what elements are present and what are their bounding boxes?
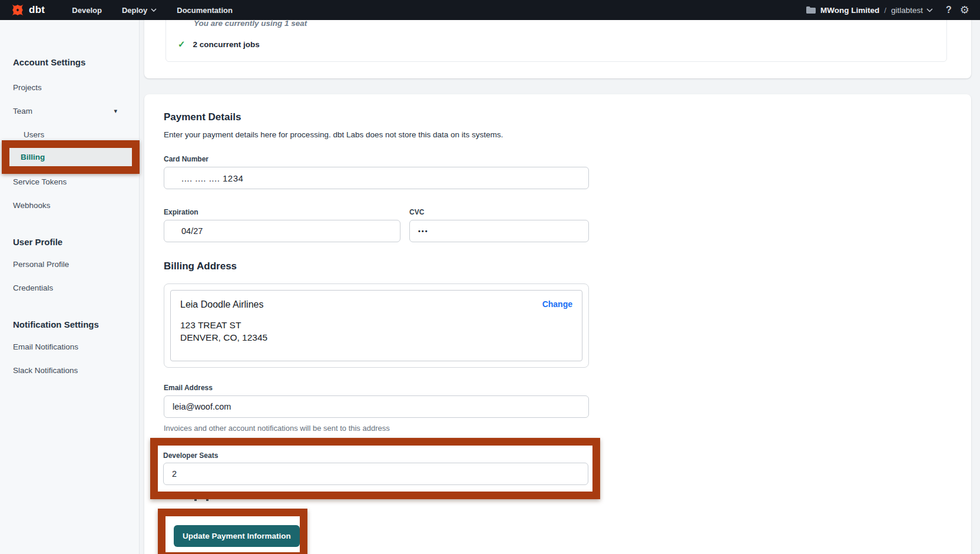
chevron-down-icon <box>151 8 157 12</box>
clipped-text-remnant <box>194 499 971 502</box>
chevron-down-icon[interactable] <box>926 8 933 12</box>
cvc-field: CVC <box>409 189 589 242</box>
sidebar-item-label: Credentials <box>13 283 53 292</box>
sidebar-item-label: Projects <box>13 83 42 92</box>
path-separator: / <box>884 6 886 15</box>
update-payment-button[interactable]: Update Payment Information <box>174 525 300 547</box>
concurrent-jobs-row: ✓ 2 concurrent jobs <box>178 39 260 50</box>
folder-icon <box>806 6 816 14</box>
card-number-label: Card Number <box>164 155 971 163</box>
billing-address-lines: 123 TREAT ST DENVER, CO, 12345 <box>180 319 572 344</box>
email-helper-text: Invoices and other account notifications… <box>164 424 971 433</box>
sidebar-item-webhooks[interactable]: Webhooks <box>0 193 139 217</box>
dbt-logo-icon <box>11 3 25 17</box>
billing-address-box: Leia Doodle Airlines Change 123 TREAT ST… <box>164 283 589 368</box>
sidebar-item-projects[interactable]: Projects <box>0 75 139 99</box>
sidebar-item-label: Email Notifications <box>13 342 78 351</box>
sidebar-item-billing[interactable]: Billing <box>9 148 132 166</box>
sidebar-item-label: Team <box>13 107 32 116</box>
nav-link-deploy[interactable]: Deploy <box>122 6 157 15</box>
annotation-box-billing: Billing <box>2 140 140 174</box>
developer-seats-input[interactable] <box>163 463 588 485</box>
sidebar-item-service-tokens[interactable]: Service Tokens <box>0 170 139 193</box>
billing-address-title: Billing Address <box>164 260 971 273</box>
sidebar-item-label: Users <box>24 130 44 139</box>
sidebar-item-team[interactable]: Team ▾ <box>0 99 139 123</box>
nav-links: Develop Deploy Documentation <box>72 6 233 15</box>
nav-link-label: Develop <box>72 6 102 15</box>
project-switcher[interactable]: gitlabtest <box>891 6 923 15</box>
sidebar-heading-user-profile: User Profile <box>13 236 139 248</box>
sidebar-item-label: Service Tokens <box>13 177 67 186</box>
help-icon[interactable]: ? <box>946 5 952 15</box>
main-content: You are currently using 1 seat ✓ 2 concu… <box>140 20 980 554</box>
settings-sidebar: Account Settings Projects Team ▾ Users B… <box>0 20 140 554</box>
nav-link-label: Documentation <box>177 6 233 15</box>
sidebar-item-slack-notifications[interactable]: Slack Notifications <box>0 358 139 382</box>
nav-link-develop[interactable]: Develop <box>72 6 102 15</box>
annotation-box-developer-seats: Developer Seats <box>150 438 600 499</box>
cvc-input[interactable] <box>409 220 589 242</box>
email-address-label: Email Address <box>164 384 971 392</box>
sidebar-item-label: Webhooks <box>13 201 51 210</box>
expiration-field: Expiration <box>164 189 400 242</box>
concurrent-jobs-text: 2 concurrent jobs <box>193 40 260 49</box>
caret-down-icon: ▾ <box>114 107 117 115</box>
usage-card: You are currently using 1 seat ✓ 2 concu… <box>144 20 971 78</box>
sidebar-item-label: Billing <box>21 153 45 161</box>
seat-usage-note: You are currently using 1 seat <box>194 20 307 28</box>
sidebar-item-personal-profile[interactable]: Personal Profile <box>0 252 139 276</box>
check-icon: ✓ <box>178 39 186 50</box>
sidebar-item-label: Slack Notifications <box>13 366 78 375</box>
payment-details-title: Payment Details <box>164 111 971 124</box>
address-line-2: DENVER, CO, 12345 <box>180 331 572 344</box>
navbar-right: MWong Limited / gitlabtest ? ⚙ <box>806 5 969 15</box>
nav-link-documentation[interactable]: Documentation <box>177 6 233 15</box>
billing-address-name: Leia Doodle Airlines <box>180 299 572 310</box>
usage-panel: You are currently using 1 seat ✓ 2 concu… <box>165 20 947 62</box>
sidebar-heading-notification-settings: Notification Settings <box>13 319 139 331</box>
cvc-label: CVC <box>409 208 589 216</box>
expiration-label: Expiration <box>164 208 400 216</box>
expiration-cvc-row: Expiration CVC <box>164 189 971 242</box>
gear-icon[interactable]: ⚙ <box>960 5 969 15</box>
expiration-input[interactable] <box>164 220 400 242</box>
logo-wordmark: dbt <box>29 4 45 16</box>
sidebar-item-label: Personal Profile <box>13 260 69 269</box>
annotation-box-update-button: Update Payment Information <box>158 509 307 554</box>
card-number-input[interactable] <box>164 167 589 189</box>
account-name[interactable]: MWong Limited <box>820 6 879 15</box>
page-layout: Account Settings Projects Team ▾ Users B… <box>0 20 980 554</box>
billing-address-card: Leia Doodle Airlines Change 123 TREAT ST… <box>170 290 582 361</box>
payment-details-card: Payment Details Enter your payment detai… <box>144 94 971 554</box>
sidebar-heading-account-settings: Account Settings <box>13 57 139 68</box>
payment-details-description: Enter your payment details here for proc… <box>164 130 971 140</box>
top-navbar: dbt Develop Deploy Documentation MWong L… <box>0 0 980 20</box>
nav-link-label: Deploy <box>122 6 147 15</box>
change-address-link[interactable]: Change <box>542 299 572 309</box>
email-address-input[interactable] <box>164 395 589 418</box>
developer-seats-label: Developer Seats <box>163 451 592 460</box>
sidebar-item-credentials[interactable]: Credentials <box>0 276 139 299</box>
dbt-logo[interactable]: dbt <box>11 3 45 17</box>
address-line-1: 123 TREAT ST <box>180 319 572 331</box>
sidebar-item-email-notifications[interactable]: Email Notifications <box>0 335 139 358</box>
